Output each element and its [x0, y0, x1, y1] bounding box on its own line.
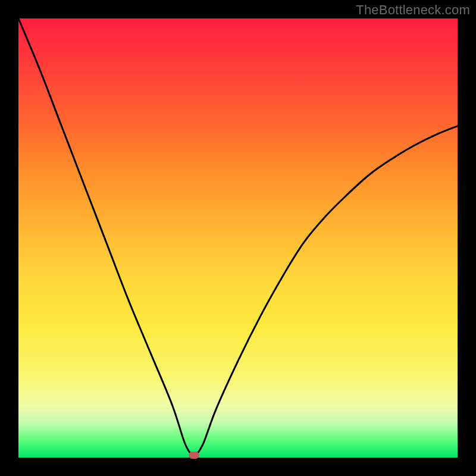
chart-frame: TheBottleneck.com: [0, 0, 476, 476]
optimal-point-marker: [189, 452, 199, 459]
watermark-text: TheBottleneck.com: [356, 2, 470, 18]
plot-area: [18, 18, 458, 458]
bottleneck-curve: [18, 18, 458, 458]
